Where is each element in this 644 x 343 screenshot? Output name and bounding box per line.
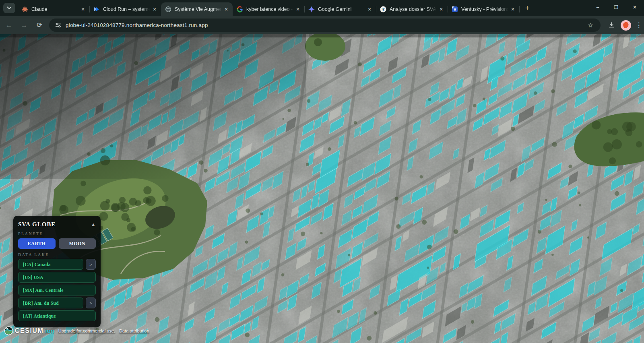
data-attribution-link[interactable]: Data attribution <box>119 329 149 333</box>
cesium-logo-text: CESIUM <box>15 327 43 335</box>
tab-close-button[interactable]: ✕ <box>510 6 516 12</box>
tab-favicon <box>165 6 171 12</box>
cesium-ion-logo[interactable]: CESIUM ion <box>4 326 54 335</box>
profile-avatar[interactable] <box>621 20 631 31</box>
tab-favicon: ✻ <box>380 6 386 12</box>
panel-title: SVA GLOBE <box>18 221 56 228</box>
browser-tab-bar: Claude✕Cloud Run – systeme v✕Système Vie… <box>0 0 644 16</box>
chatgpt-icon: ✻ <box>380 6 386 12</box>
tab-title: Claude <box>31 6 80 12</box>
gemini-star-icon <box>308 6 315 12</box>
tab-close-button[interactable]: ✕ <box>151 6 158 12</box>
datalake-button-5[interactable]: [AT] Atlantique <box>18 310 96 321</box>
tab-search-button[interactable] <box>3 3 15 13</box>
cesium-globe-icon <box>4 326 13 335</box>
datalake-row: [AT] Atlantique <box>18 310 96 321</box>
globe-icon <box>165 6 171 12</box>
back-button[interactable]: ← <box>2 19 15 32</box>
address-bar[interactable]: globe-ui-240102848779.northamerica-north… <box>49 19 601 32</box>
site-settings-icon[interactable] <box>55 22 62 29</box>
tab-title: Google Gemini <box>318 6 366 12</box>
new-tab-button[interactable]: + <box>522 2 533 14</box>
tab-favicon <box>308 6 315 12</box>
tab-close-button[interactable]: ✕ <box>223 6 229 12</box>
browser-tab-4[interactable]: kyber latence video - R✕ <box>233 2 304 16</box>
url-text[interactable]: globe-ui-240102848779.northamerica-north… <box>66 22 588 28</box>
cloud-run-icon <box>93 6 100 12</box>
datalake-button-2[interactable]: [US] USA <box>18 272 96 283</box>
tab-favicon <box>237 6 243 12</box>
browser-toolbar: ← → ⟳ globe-ui-240102848779.northamerica… <box>0 16 644 34</box>
browser-tab-5[interactable]: Google Gemini✕ <box>304 2 376 16</box>
bookmark-star-icon[interactable]: ☆ <box>588 21 593 29</box>
tab-title: kyber latence video - R <box>246 6 295 12</box>
restore-button[interactable]: ❐ <box>607 0 625 14</box>
ventusky-v-icon: V <box>452 6 458 12</box>
datalake-expander-button[interactable]: > <box>86 259 96 270</box>
datalake-button-1[interactable]: [CA] Canada <box>18 259 83 270</box>
datalake-button-4[interactable]: [BR] Am. du Sud <box>18 298 83 308</box>
tab-favicon <box>22 6 28 12</box>
cesium-attribution: CESIUM ion Upgrade for commercial use. D… <box>4 326 149 335</box>
datalake-button-3[interactable]: [MX] Am. Centrale <box>18 285 96 295</box>
tab-favicon <box>93 6 100 12</box>
browser-tab-6[interactable]: ✻Analyse dossier SVA✕ <box>376 2 448 16</box>
browser-tab-7[interactable]: VVentusky - Prévisions m✕ <box>448 2 519 16</box>
planet-section-label: PLANETE <box>18 231 96 236</box>
browser-menu-icon[interactable]: ⋮ <box>634 19 644 32</box>
tab-title: Cloud Run – systeme v <box>103 6 151 12</box>
claude-starburst-icon <box>22 6 28 12</box>
collapse-panel-button[interactable]: ▲ <box>91 222 96 227</box>
planet-button-moon[interactable]: MOON <box>59 238 96 249</box>
browser-tab-3[interactable]: Système Vie Augmente✕ <box>161 2 233 16</box>
svg-text:✻: ✻ <box>382 7 385 12</box>
upgrade-link[interactable]: Upgrade for commercial use. <box>58 329 115 333</box>
tab-close-button[interactable]: ✕ <box>295 6 301 12</box>
svg-text:V: V <box>454 7 456 12</box>
datalake-row: [US] USA <box>18 272 96 283</box>
datalake-row: [MX] Am. Centrale <box>18 285 96 295</box>
close-button[interactable]: ✕ <box>625 0 644 14</box>
tab-title: Analyse dossier SVA <box>390 6 438 12</box>
chevron-down-icon <box>7 6 12 10</box>
download-icon[interactable] <box>605 19 618 32</box>
datalake-expander-button[interactable]: > <box>86 298 96 308</box>
tab-title: Système Vie Augmente <box>175 6 223 12</box>
tab-favicon: V <box>452 6 458 12</box>
tab-close-button[interactable]: ✕ <box>80 6 86 12</box>
datalake-row: [BR] Am. du Sud> <box>18 298 96 308</box>
planet-button-earth[interactable]: EARTH <box>18 238 56 249</box>
planet-toggle: EARTHMOON <box>18 238 96 249</box>
minimize-button[interactable]: – <box>588 0 607 14</box>
tab-close-button[interactable]: ✕ <box>366 6 373 12</box>
browser-tab-2[interactable]: Cloud Run – systeme v✕ <box>89 2 161 16</box>
datalake-section-label: DATA LAKE <box>18 252 96 257</box>
tab-title: Ventusky - Prévisions m <box>461 6 510 12</box>
window-controls: – ❐ ✕ <box>588 0 644 16</box>
forward-button[interactable]: → <box>18 19 31 32</box>
sva-globe-panel: SVA GLOBE ▲ PLANETE EARTHMOON DATA LAKE … <box>13 216 101 327</box>
tab-strip: Claude✕Cloud Run – systeme v✕Système Vie… <box>18 0 519 16</box>
ion-logo-text: ion <box>45 327 54 334</box>
browser-tab-1[interactable]: Claude✕ <box>18 2 89 16</box>
datalake-list: [CA] Canada>[US] USA[MX] Am. Centrale[BR… <box>18 259 96 321</box>
google-g-icon <box>237 6 243 12</box>
tab-close-button[interactable]: ✕ <box>438 6 444 12</box>
reload-button[interactable]: ⟳ <box>33 19 46 32</box>
datalake-row: [CA] Canada> <box>18 259 96 270</box>
